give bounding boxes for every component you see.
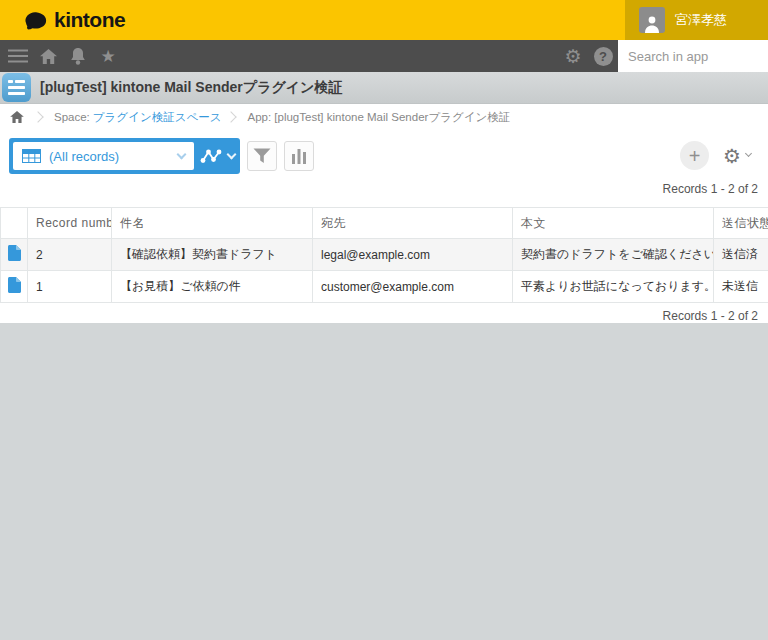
column-header-icon — [1, 208, 28, 239]
bell-icon — [70, 48, 86, 65]
nav-left-group: ★ — [0, 40, 123, 72]
table-row: 1 【お見積】ご依頼の件 customer@example.com 平素よりお世… — [1, 271, 768, 303]
record-detail-link[interactable] — [8, 277, 21, 293]
funnel-icon — [253, 148, 271, 164]
column-header-subject: 件名 — [112, 208, 313, 239]
nav-right-group: ⚙ ? — [558, 40, 768, 72]
user-menu[interactable]: 宮澤孝慈 — [625, 0, 768, 40]
table-view-icon — [22, 149, 41, 163]
document-icon — [8, 277, 21, 293]
record-detail-link[interactable] — [8, 245, 21, 261]
bar-chart-icon — [292, 149, 306, 164]
view-selector-group: (All records) — [9, 138, 240, 174]
cell-to: legal@example.com — [313, 239, 513, 271]
kintone-logo[interactable]: kintone — [0, 8, 125, 32]
cell-subject: 【お見積】ご依頼の件 — [112, 271, 313, 303]
process-graph-icon — [200, 148, 222, 164]
gear-icon: ⚙ — [723, 146, 741, 166]
column-header-record-number: Record number — [28, 208, 112, 239]
cell-record-number: 2 — [28, 239, 112, 271]
cell-to: customer@example.com — [313, 271, 513, 303]
view-selector[interactable]: (All records) — [13, 142, 194, 170]
search-input[interactable] — [618, 40, 768, 72]
chart-button[interactable] — [284, 141, 314, 171]
settings-button[interactable]: ⚙ — [558, 40, 588, 72]
app-titlebar: [plugTest] kintone Mail Senderプラグイン検証 — [0, 72, 768, 104]
records-count-bottom: Records 1 - 2 of 2 — [0, 309, 768, 323]
app-icon — [2, 73, 31, 102]
space-crumb-link[interactable]: プラグイン検証スペース — [93, 110, 222, 125]
chevron-down-icon — [177, 149, 187, 159]
table-header-row: Record number 件名 宛先 本文 送信状態 — [1, 208, 768, 239]
chevron-down-icon — [226, 149, 236, 159]
app-crumb-label: App: [plugTest] kintone Mail Senderプラグイン… — [247, 110, 510, 125]
page-title: [plugTest] kintone Mail Senderプラグイン検証 — [40, 79, 342, 97]
view-toolbar: (All records) — [0, 138, 768, 174]
help-button[interactable]: ? — [588, 40, 618, 72]
chevron-down-icon — [745, 150, 752, 157]
records-table: Record number 件名 宛先 本文 送信状態 2 【確 — [0, 207, 768, 303]
home-icon — [10, 111, 24, 123]
kintone-logo-text: kintone — [54, 8, 125, 32]
records-count-top: Records 1 - 2 of 2 — [0, 182, 768, 196]
notifications-button[interactable] — [63, 40, 93, 72]
chevron-right-icon — [226, 111, 237, 122]
breadcrumb: Space: プラグイン検証スペース App: [plugTest] kinto… — [0, 104, 768, 130]
toolbar-right-group: + ⚙ — [680, 141, 759, 170]
cell-status: 未送信 — [714, 271, 768, 303]
hamburger-menu-button[interactable] — [3, 40, 33, 72]
favorites-button[interactable]: ★ — [93, 40, 123, 72]
hamburger-icon — [8, 49, 28, 63]
cell-subject: 【確認依頼】契約書ドラフト — [112, 239, 313, 271]
view-settings-button[interactable]: ⚙ — [723, 146, 751, 166]
column-header-status: 送信状態 — [714, 208, 768, 239]
record-list-area: (All records) — [0, 130, 768, 323]
chevron-right-icon — [32, 111, 43, 122]
view-selector-label: (All records) — [49, 149, 170, 164]
user-avatar-icon — [639, 7, 665, 33]
help-icon: ? — [594, 47, 613, 66]
top-header: kintone 宮澤孝慈 — [0, 0, 768, 40]
breadcrumb-home-link[interactable] — [0, 111, 28, 123]
space-crumb-label: Space: — [54, 111, 90, 123]
process-management-button[interactable] — [194, 138, 240, 174]
table-row: 2 【確認依頼】契約書ドラフト legal@example.com 契約書のドラ… — [1, 239, 768, 271]
user-name-label: 宮澤孝慈 — [675, 11, 727, 29]
global-navbar: ★ ⚙ ? — [0, 40, 768, 72]
add-record-button[interactable]: + — [680, 141, 709, 170]
cell-record-number: 1 — [28, 271, 112, 303]
gear-icon: ⚙ — [564, 47, 581, 66]
column-header-body: 本文 — [513, 208, 714, 239]
filter-button[interactable] — [247, 141, 277, 171]
cell-body: 平素よりお世話になっております。 標記の件... — [513, 271, 714, 303]
app-search — [618, 40, 768, 72]
cell-status: 送信済 — [714, 239, 768, 271]
document-icon — [8, 245, 21, 261]
kintone-logo-icon — [22, 9, 49, 32]
column-header-to: 宛先 — [313, 208, 513, 239]
home-button[interactable] — [33, 40, 63, 72]
cell-body: 契約書のドラフトをご確認ください。 — [513, 239, 714, 271]
home-icon — [40, 49, 57, 64]
star-icon: ★ — [100, 48, 115, 65]
